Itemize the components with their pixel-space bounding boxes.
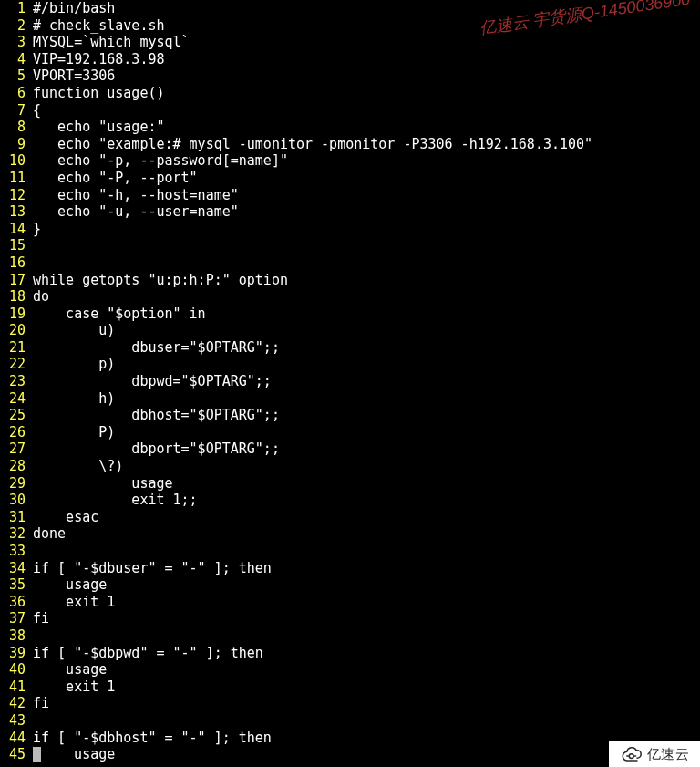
code-text: P) (26, 424, 115, 441)
code-line[interactable]: 5VPORT=3306 (0, 67, 700, 85)
code-text: if [ "-$dbhost" = "-" ]; then (26, 730, 272, 747)
code-line[interactable]: 37fi (0, 610, 700, 627)
code-line[interactable]: 43 (0, 712, 700, 730)
code-line[interactable]: 10 echo "-p, --password[=name]" (0, 152, 700, 170)
line-number: 34 (0, 560, 26, 577)
line-number: 11 (0, 170, 26, 187)
code-text (26, 627, 33, 645)
code-line[interactable]: 42fi (0, 695, 700, 712)
code-text: if [ "-$dbuser" = "-" ]; then (26, 560, 272, 577)
code-text: dbpwd="$OPTARG";; (26, 373, 272, 390)
code-line[interactable]: 2# check_slave.sh (0, 17, 700, 35)
brand-text: 亿速云 (647, 746, 690, 763)
code-line[interactable]: 36 exit 1 (0, 594, 700, 611)
code-line[interactable]: 26 P) (0, 424, 700, 441)
code-text: fi (26, 610, 49, 627)
line-number: 32 (0, 525, 26, 543)
line-number: 17 (0, 272, 26, 289)
code-line[interactable]: 41 exit 1 (0, 679, 700, 696)
code-line[interactable]: 14} (0, 221, 700, 238)
code-text: VIP=192.168.3.98 (26, 51, 165, 68)
code-line[interactable]: 15 (0, 237, 700, 254)
line-number: 14 (0, 221, 26, 238)
code-text: echo "-P, --port" (26, 170, 198, 187)
line-number: 5 (0, 67, 26, 85)
line-number: 15 (0, 237, 26, 254)
line-number: 16 (0, 254, 26, 272)
code-line[interactable]: 13 echo "-u, --user=name" (0, 203, 700, 221)
line-number: 2 (0, 17, 26, 35)
code-line[interactable]: 16 (0, 254, 700, 272)
code-text: u) (26, 322, 115, 339)
code-line[interactable]: 21 dbuser="$OPTARG";; (0, 339, 700, 357)
line-number: 30 (0, 492, 26, 509)
code-line[interactable]: 1#/bin/bash (0, 0, 700, 17)
code-line[interactable]: 9 echo "example:# mysql -umonitor -pmoni… (0, 136, 700, 153)
code-line[interactable]: 25 dbhost="$OPTARG";; (0, 407, 700, 424)
cloud-icon (618, 745, 643, 763)
code-text: echo "usage:" (26, 119, 165, 136)
code-text: echo "example:# mysql -umonitor -pmonito… (26, 136, 592, 153)
line-number: 26 (0, 424, 26, 441)
code-line[interactable]: 12 echo "-h, --host=name" (0, 187, 700, 204)
code-line[interactable]: 28 \?) (0, 458, 700, 475)
line-number: 36 (0, 594, 26, 611)
code-text: exit 1;; (26, 492, 198, 509)
line-number: 25 (0, 407, 26, 424)
code-line[interactable]: 23 dbpwd="$OPTARG";; (0, 373, 700, 390)
code-text: \?) (26, 458, 123, 475)
code-text (26, 543, 33, 560)
code-line[interactable]: 17while getopts "u:p:h:P:" option (0, 272, 700, 289)
line-number: 20 (0, 322, 26, 339)
code-line[interactable]: 27 dbport="$OPTARG";; (0, 441, 700, 458)
code-text: while getopts "u:p:h:P:" option (26, 272, 288, 289)
code-text: fi (26, 695, 49, 712)
code-text: # check_slave.sh (26, 17, 165, 35)
code-text (26, 237, 33, 254)
line-number: 28 (0, 458, 26, 475)
line-number: 19 (0, 306, 26, 323)
line-number: 6 (0, 85, 26, 102)
code-line[interactable]: 20 u) (0, 322, 700, 339)
code-line[interactable]: 18do (0, 288, 700, 306)
code-line[interactable]: 31 esac (0, 509, 700, 526)
code-line[interactable]: 22 p) (0, 356, 700, 373)
code-line[interactable]: 38 (0, 627, 700, 645)
line-number: 37 (0, 610, 26, 627)
line-number: 35 (0, 576, 26, 594)
code-line[interactable]: 35 usage (0, 576, 700, 594)
code-line[interactable]: 30 exit 1;; (0, 492, 700, 509)
code-line[interactable]: 40 usage (0, 661, 700, 679)
code-line[interactable]: 6function usage() (0, 85, 700, 102)
code-editor[interactable]: 1#/bin/bash2# check_slave.sh3MYSQL=`whic… (0, 0, 700, 763)
line-number: 13 (0, 203, 26, 221)
code-text: dbhost="$OPTARG";; (26, 407, 280, 424)
code-text: usage (26, 475, 173, 492)
code-text: h) (26, 390, 115, 408)
code-line[interactable]: 19 case "$option" in (0, 306, 700, 323)
code-line[interactable]: 11 echo "-P, --port" (0, 170, 700, 187)
code-line[interactable]: 8 echo "usage:" (0, 119, 700, 136)
code-line[interactable]: 33 (0, 543, 700, 560)
line-number: 27 (0, 441, 26, 458)
code-text: if [ "-$dbpwd" = "-" ]; then (26, 645, 263, 662)
code-line[interactable]: 3MYSQL=`which mysql` (0, 34, 700, 51)
line-number: 41 (0, 679, 26, 696)
code-line[interactable]: 44if [ "-$dbhost" = "-" ]; then (0, 730, 700, 747)
code-text: usage (26, 576, 107, 594)
line-number: 8 (0, 119, 26, 136)
code-line[interactable]: 45 usage (0, 746, 700, 763)
code-text: #/bin/bash (26, 0, 115, 17)
code-line[interactable]: 29 usage (0, 475, 700, 492)
code-line[interactable]: 7{ (0, 102, 700, 119)
code-line[interactable]: 39if [ "-$dbpwd" = "-" ]; then (0, 645, 700, 662)
brand-logo: 亿速云 (609, 741, 701, 767)
code-line[interactable]: 4VIP=192.168.3.98 (0, 51, 700, 68)
line-number: 39 (0, 645, 26, 662)
code-line[interactable]: 24 h) (0, 390, 700, 408)
line-number: 38 (0, 627, 26, 645)
code-line[interactable]: 32done (0, 525, 700, 543)
code-text: echo "-u, --user=name" (26, 203, 239, 221)
line-number: 24 (0, 390, 26, 408)
code-line[interactable]: 34if [ "-$dbuser" = "-" ]; then (0, 560, 700, 577)
